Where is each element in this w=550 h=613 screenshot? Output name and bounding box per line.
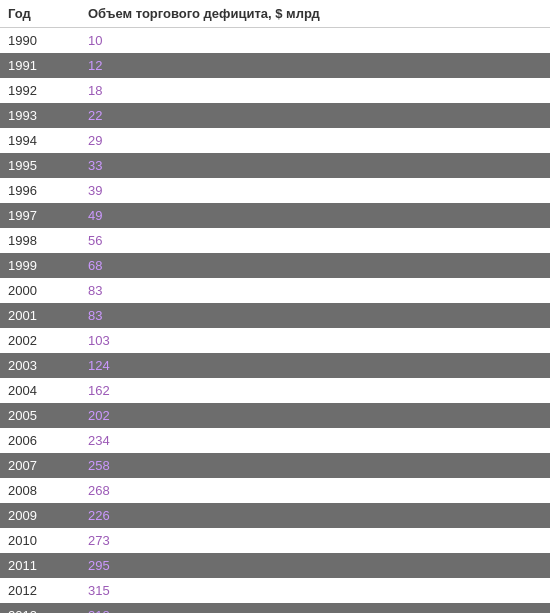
cell-year: 1998 bbox=[8, 233, 88, 248]
cell-value: 226 bbox=[88, 508, 542, 523]
table-row: 2008268 bbox=[0, 478, 550, 503]
cell-value: 29 bbox=[88, 133, 542, 148]
cell-year: 1992 bbox=[8, 83, 88, 98]
table-row: 199639 bbox=[0, 178, 550, 203]
header-year: Год bbox=[8, 6, 88, 21]
table-row: 2006234 bbox=[0, 428, 550, 453]
cell-value: 268 bbox=[88, 483, 542, 498]
table-row: 2004162 bbox=[0, 378, 550, 403]
cell-value: 18 bbox=[88, 83, 542, 98]
table-row: 199856 bbox=[0, 228, 550, 253]
cell-value: 56 bbox=[88, 233, 542, 248]
table-row: 2011295 bbox=[0, 553, 550, 578]
cell-value: 162 bbox=[88, 383, 542, 398]
cell-value: 318 bbox=[88, 608, 542, 613]
cell-value: 234 bbox=[88, 433, 542, 448]
cell-year: 1997 bbox=[8, 208, 88, 223]
table-row: 199322 bbox=[0, 103, 550, 128]
table-row: 199218 bbox=[0, 78, 550, 103]
cell-year: 2002 bbox=[8, 333, 88, 348]
table-header: Год Объем торгового дефицита, $ млрд bbox=[0, 0, 550, 28]
cell-value: 83 bbox=[88, 308, 542, 323]
cell-value: 22 bbox=[88, 108, 542, 123]
cell-value: 12 bbox=[88, 58, 542, 73]
cell-value: 103 bbox=[88, 333, 542, 348]
table-row: 199010 bbox=[0, 28, 550, 53]
cell-year: 2007 bbox=[8, 458, 88, 473]
table-row: 2009226 bbox=[0, 503, 550, 528]
cell-year: 2004 bbox=[8, 383, 88, 398]
cell-value: 202 bbox=[88, 408, 542, 423]
table-row: 200083 bbox=[0, 278, 550, 303]
table-row: 199968 bbox=[0, 253, 550, 278]
cell-value: 33 bbox=[88, 158, 542, 173]
table-body: 1990101991121992181993221994291995331996… bbox=[0, 28, 550, 613]
table-row: 2007258 bbox=[0, 453, 550, 478]
cell-value: 39 bbox=[88, 183, 542, 198]
cell-value: 295 bbox=[88, 558, 542, 573]
cell-year: 1996 bbox=[8, 183, 88, 198]
cell-year: 2013 bbox=[8, 608, 88, 613]
cell-year: 2003 bbox=[8, 358, 88, 373]
cell-year: 1995 bbox=[8, 158, 88, 173]
table-row: 2005202 bbox=[0, 403, 550, 428]
table-row: 2013318 bbox=[0, 603, 550, 613]
cell-value: 258 bbox=[88, 458, 542, 473]
table-row: 199429 bbox=[0, 128, 550, 153]
table-row: 199112 bbox=[0, 53, 550, 78]
table-row: 199533 bbox=[0, 153, 550, 178]
header-value: Объем торгового дефицита, $ млрд bbox=[88, 6, 542, 21]
cell-value: 83 bbox=[88, 283, 542, 298]
cell-year: 2006 bbox=[8, 433, 88, 448]
cell-value: 10 bbox=[88, 33, 542, 48]
table-row: 2003124 bbox=[0, 353, 550, 378]
cell-year: 2009 bbox=[8, 508, 88, 523]
trade-deficit-table: Год Объем торгового дефицита, $ млрд 199… bbox=[0, 0, 550, 613]
cell-year: 2000 bbox=[8, 283, 88, 298]
table-row: 2012315 bbox=[0, 578, 550, 603]
cell-value: 124 bbox=[88, 358, 542, 373]
cell-year: 1999 bbox=[8, 258, 88, 273]
cell-year: 2005 bbox=[8, 408, 88, 423]
table-row: 2010273 bbox=[0, 528, 550, 553]
table-row: 199749 bbox=[0, 203, 550, 228]
cell-year: 2012 bbox=[8, 583, 88, 598]
table-row: 200183 bbox=[0, 303, 550, 328]
cell-year: 2008 bbox=[8, 483, 88, 498]
cell-year: 2001 bbox=[8, 308, 88, 323]
cell-year: 2011 bbox=[8, 558, 88, 573]
cell-value: 49 bbox=[88, 208, 542, 223]
cell-year: 1994 bbox=[8, 133, 88, 148]
cell-year: 1990 bbox=[8, 33, 88, 48]
table-row: 2002103 bbox=[0, 328, 550, 353]
cell-year: 2010 bbox=[8, 533, 88, 548]
cell-value: 273 bbox=[88, 533, 542, 548]
cell-year: 1993 bbox=[8, 108, 88, 123]
cell-year: 1991 bbox=[8, 58, 88, 73]
cell-value: 68 bbox=[88, 258, 542, 273]
cell-value: 315 bbox=[88, 583, 542, 598]
